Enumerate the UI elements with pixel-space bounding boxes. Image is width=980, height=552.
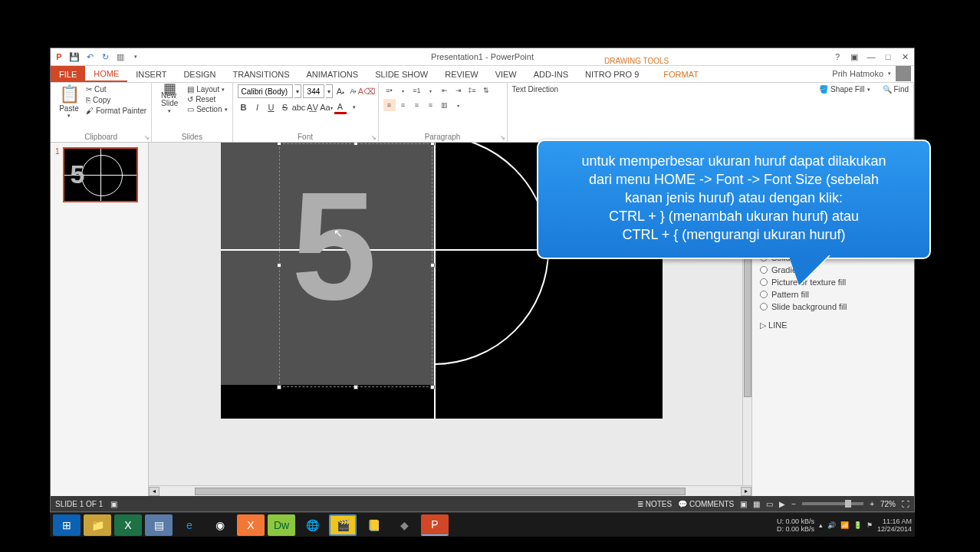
ribbon-options-icon[interactable]: ▣ — [847, 50, 862, 64]
zoom-in-icon[interactable]: + — [870, 500, 874, 508]
resize-handle-sw[interactable] — [277, 385, 281, 389]
tab-transitions[interactable]: TRANSITIONS — [225, 66, 298, 82]
tab-review[interactable]: REVIEW — [436, 66, 486, 82]
italic-button[interactable]: I — [252, 100, 264, 114]
underline-button[interactable]: U — [265, 100, 278, 114]
clear-formatting-icon[interactable]: A⌫ — [361, 84, 373, 98]
help-icon[interactable]: ? — [830, 50, 845, 64]
new-slide-dropdown-icon[interactable]: ▾ — [168, 107, 171, 115]
zoom-slider[interactable] — [802, 502, 863, 505]
reset-button[interactable]: ↺Reset — [187, 94, 227, 104]
horizontal-scrollbar[interactable]: ◂ ▸ — [149, 485, 751, 496]
scroll-right-icon[interactable]: ▸ — [741, 487, 751, 496]
comments-button[interactable]: 💬 COMMENTS — [678, 500, 734, 508]
section-button[interactable]: ▭Section▾ — [187, 104, 227, 114]
clock[interactable]: 11:16 AM 12/24/2014 — [877, 518, 912, 533]
volume-icon[interactable]: 🔊 — [827, 521, 836, 529]
reading-view-icon[interactable]: ▭ — [766, 500, 773, 508]
columns-icon[interactable]: ▥ — [439, 99, 451, 111]
resize-handle-w[interactable] — [277, 263, 281, 268]
selection-box[interactable] — [279, 143, 432, 387]
line-spacing-icon[interactable]: ‡≡ — [466, 84, 478, 97]
xampp-icon[interactable]: X — [237, 514, 265, 536]
normal-view-icon[interactable]: ▣ — [740, 500, 747, 508]
layout-button[interactable]: ▤Layout▾ — [187, 84, 227, 94]
zoom-value[interactable]: 72% — [880, 500, 896, 508]
sorter-view-icon[interactable]: ▦ — [753, 500, 760, 508]
resize-handle-se[interactable] — [430, 385, 435, 389]
tray-expand-icon[interactable]: ▴ — [819, 521, 823, 529]
numbering-icon[interactable]: ≡1 — [411, 84, 423, 97]
align-center-icon[interactable]: ≡ — [397, 99, 409, 111]
stickynotes-icon[interactable]: 📒 — [360, 514, 387, 536]
font-name-dropdown-icon[interactable]: ▾ — [294, 84, 301, 98]
align-left-icon[interactable]: ≡ — [383, 99, 396, 111]
user-area[interactable]: Prih Hatmoko ▾ — [832, 66, 911, 81]
app-icon-2[interactable]: ◆ — [390, 514, 418, 536]
save-icon[interactable]: 💾 — [69, 51, 80, 62]
bold-button[interactable]: B — [238, 100, 250, 114]
powerpoint-taskbar-icon[interactable]: P — [421, 514, 449, 536]
tab-animations[interactable]: ANIMATIONS — [298, 66, 367, 82]
zoom-slider-knob[interactable] — [845, 500, 851, 508]
tab-insert[interactable]: INSERT — [127, 66, 175, 82]
fill-option-pattern[interactable]: Pattern fill — [760, 288, 906, 301]
dreamweaver-icon[interactable]: Dw — [268, 514, 295, 536]
googleearth-icon[interactable]: 🌐 — [298, 514, 326, 536]
decrease-indent-icon[interactable]: ⇤ — [439, 84, 451, 97]
new-slide-button[interactable]: ▦ New Slide ▾ — [156, 84, 183, 115]
minimize-icon[interactable]: — — [863, 50, 879, 64]
font-name-input[interactable] — [238, 84, 293, 98]
fill-option-slidebg[interactable]: Slide background fill — [760, 301, 906, 313]
change-case-icon[interactable]: Aa▾ — [321, 100, 333, 114]
justify-icon[interactable]: ≡ — [425, 99, 437, 111]
close-icon[interactable]: ✕ — [897, 50, 913, 64]
redo-icon[interactable]: ↻ — [100, 51, 110, 62]
slideshow-view-icon[interactable]: ▶ — [779, 500, 785, 508]
font-size-input[interactable] — [303, 84, 324, 98]
increase-indent-icon[interactable]: ⇥ — [452, 84, 465, 97]
fill-option-picture[interactable]: Picture or texture fill — [760, 276, 906, 288]
user-dropdown-icon[interactable]: ▾ — [888, 71, 891, 77]
shadow-button[interactable]: abc — [293, 100, 305, 114]
tab-format[interactable]: FORMAT — [655, 66, 707, 82]
character-spacing-icon[interactable]: A͟V — [307, 100, 319, 114]
tab-home[interactable]: HOME — [85, 66, 127, 82]
text-direction-button[interactable]: ⇅ — [480, 84, 492, 97]
wifi-icon[interactable]: 📶 — [840, 521, 849, 529]
tab-view[interactable]: VIEW — [487, 66, 525, 82]
resize-handle-ne[interactable] — [430, 143, 435, 146]
thumbnail-1[interactable]: 1 5 — [55, 147, 143, 202]
grow-font-icon[interactable]: A▴ — [334, 84, 346, 98]
notes-button[interactable]: ≣ NOTES — [637, 500, 672, 508]
text-direction-label[interactable]: Text Direction — [512, 84, 559, 94]
undo-icon[interactable]: ↶ — [84, 51, 95, 62]
copy-button[interactable]: ⎘Copy — [86, 95, 146, 105]
bullets-dropdown-icon[interactable]: ▾ — [397, 84, 409, 97]
align-right-icon[interactable]: ≡ — [411, 99, 423, 111]
strikethrough-button[interactable]: S — [279, 100, 291, 114]
customize-qat-icon[interactable]: ▾ — [130, 51, 141, 62]
find-button[interactable]: 🔍Find — [883, 84, 909, 94]
resize-handle-s[interactable] — [354, 385, 358, 389]
ie-icon[interactable]: e — [176, 514, 203, 536]
paste-button[interactable]: 📋 Paste ▾ — [55, 84, 83, 119]
startfrombeginning-icon[interactable]: ▥ — [115, 51, 126, 62]
chrome-icon[interactable]: ◉ — [206, 514, 234, 536]
resize-handle-n[interactable] — [354, 143, 358, 146]
paste-dropdown-icon[interactable]: ▾ — [67, 113, 71, 119]
app-icon-1[interactable]: ▤ — [145, 514, 173, 536]
line-section-header[interactable]: ▷ LINE — [760, 320, 906, 330]
shape-fill-button[interactable]: 🪣Shape Fill▾ — [819, 84, 870, 94]
tab-nitro[interactable]: NITRO PRO 9 — [577, 66, 647, 82]
resize-handle-e[interactable] — [430, 263, 435, 268]
tab-design[interactable]: DESIGN — [175, 66, 224, 82]
format-painter-button[interactable]: 🖌Format Painter — [86, 106, 146, 116]
font-size-dropdown-icon[interactable]: ▾ — [326, 84, 333, 98]
cut-button[interactable]: ✂Cut — [86, 84, 146, 94]
tab-slideshow[interactable]: SLIDE SHOW — [367, 66, 436, 82]
explorer-icon[interactable]: 📁 — [84, 514, 111, 536]
scroll-left-icon[interactable]: ◂ — [149, 487, 159, 496]
spellcheck-icon[interactable]: ▣ — [110, 500, 117, 508]
zoom-out-icon[interactable]: − — [791, 500, 796, 508]
